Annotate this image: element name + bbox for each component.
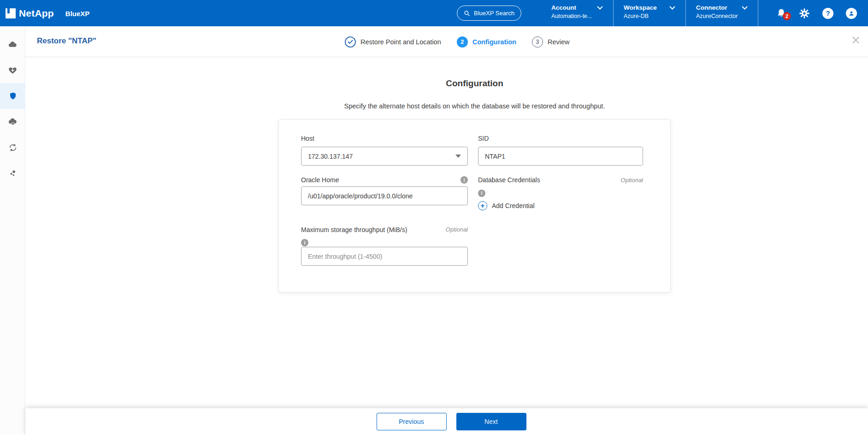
topbar-divider: [685, 0, 686, 26]
host-select-value: 172.30.137.147: [308, 153, 353, 160]
configuration-title: Configuration: [278, 78, 671, 89]
sidebar-item-storage[interactable]: [0, 31, 25, 57]
step-review[interactable]: 3 Review: [532, 36, 570, 48]
plus-circle-icon: +: [478, 201, 487, 210]
cloud-storage-icon: [8, 40, 18, 49]
notification-count-badge: 2: [783, 12, 791, 20]
topbar-divider: [758, 0, 758, 26]
wizard-stepper: Restore Point and Location 2 Configurati…: [345, 26, 570, 57]
wizard-header: Restore "NTAP" Restore Point and Locatio…: [25, 26, 868, 57]
host-select[interactable]: 172.30.137.147: [301, 147, 468, 166]
left-navigation-rail: [0, 26, 25, 435]
account-menu-label: Account: [551, 4, 576, 11]
sidebar-item-extensions[interactable]: [0, 161, 25, 186]
host-field: Host 172.30.137.147: [301, 135, 468, 166]
dropdown-caret-icon: [455, 155, 461, 158]
gear-icon: [799, 8, 810, 19]
notifications-button[interactable]: 2: [776, 8, 786, 19]
info-icon[interactable]: i: [478, 190, 485, 197]
oracle-home-label: Oracle Home: [301, 176, 339, 184]
step-number: 3: [532, 36, 543, 48]
configuration-subtitle: Specify the alternate host details on wh…: [278, 102, 671, 110]
info-icon[interactable]: i: [301, 239, 308, 246]
sidebar-item-protection[interactable]: [0, 83, 25, 109]
settings-button[interactable]: [799, 8, 810, 19]
page-title: Restore "NTAP": [37, 36, 96, 46]
health-heart-icon: [8, 66, 17, 75]
chevron-down-icon: [742, 6, 748, 10]
user-avatar-icon: [846, 8, 857, 19]
step-done-check-icon: [345, 36, 356, 48]
sid-label: SID: [478, 135, 489, 142]
sidebar-item-health[interactable]: [0, 57, 25, 83]
host-label: Host: [301, 135, 314, 142]
step-configuration[interactable]: 2 Configuration: [457, 36, 516, 48]
brand-product: BlueXP: [65, 10, 90, 18]
brand-name: NetApp: [19, 8, 54, 19]
previous-button[interactable]: Previous: [377, 413, 447, 430]
topbar-tools: 2 ?: [776, 0, 857, 26]
sidebar-item-mobility[interactable]: [0, 135, 25, 161]
step-label: Configuration: [472, 38, 516, 46]
user-account-button[interactable]: [846, 8, 857, 19]
database-credentials-label: Database Credentials: [478, 176, 540, 184]
add-credential-label: Add Credential: [492, 202, 535, 209]
chevron-down-icon: [597, 6, 603, 10]
throughput-field: Maximum storage throughput (MiB/s) Optio…: [301, 226, 468, 266]
throughput-input[interactable]: [301, 247, 468, 266]
oracle-home-field: Oracle Home i: [301, 176, 468, 210]
workspace-menu-value: Azure-DB: [624, 13, 675, 19]
topbar-menus: Account Automation-te... Workspace Azure…: [551, 0, 768, 26]
search-icon: [464, 10, 470, 17]
connector-menu-value: AzureConnector: [696, 13, 748, 19]
workspace-menu[interactable]: Workspace Azure-DB: [624, 0, 675, 26]
connector-menu[interactable]: Connector AzureConnector: [696, 0, 748, 26]
netapp-logo-icon: [6, 8, 16, 18]
topbar-divider: [613, 0, 614, 26]
step-label: Restore Point and Location: [360, 38, 441, 46]
workspace-menu-label: Workspace: [624, 4, 657, 11]
step-label: Review: [548, 38, 570, 46]
account-menu-value: Automation-te...: [551, 13, 603, 19]
optional-tag: Optional: [621, 177, 643, 184]
connector-menu-label: Connector: [696, 4, 727, 11]
optional-tag: Optional: [446, 226, 468, 233]
shield-protection-icon: [9, 91, 17, 101]
netapp-brand[interactable]: NetApp BlueXP: [6, 0, 89, 26]
cloud-lock-icon: [8, 117, 18, 127]
configuration-form-card: Host 172.30.137.147 SID: [278, 119, 671, 292]
sync-arrows-icon: [8, 143, 18, 152]
search-label: BlueXP Search: [474, 10, 514, 17]
account-menu[interactable]: Account Automation-te...: [551, 0, 603, 26]
sid-field: SID: [478, 135, 643, 166]
database-credentials-field: Database Credentials Optional i + Add Cr…: [478, 176, 643, 210]
close-icon[interactable]: ✕: [851, 35, 861, 46]
help-button[interactable]: ?: [822, 8, 833, 19]
extensions-dots-icon: [8, 169, 18, 178]
step-number: 2: [457, 36, 468, 48]
bluexp-search-button[interactable]: BlueXP Search: [457, 6, 521, 21]
main-content: Configuration Specify the alternate host…: [25, 57, 868, 408]
info-icon[interactable]: i: [461, 176, 468, 184]
sid-input[interactable]: [478, 147, 643, 166]
step-restore-point-and-location[interactable]: Restore Point and Location: [345, 36, 441, 48]
oracle-home-input[interactable]: [301, 186, 468, 205]
sidebar-item-ransomware[interactable]: [0, 109, 25, 135]
throughput-label: Maximum storage throughput (MiB/s): [301, 226, 407, 233]
chevron-down-icon: [669, 6, 675, 10]
add-credential-button[interactable]: + Add Credential: [478, 201, 535, 210]
wizard-footer: Previous Next: [25, 408, 868, 435]
help-icon: ?: [822, 8, 833, 19]
next-button[interactable]: Next: [456, 413, 526, 430]
top-navigation-bar: NetApp BlueXP BlueXP Search Account Auto…: [0, 0, 868, 26]
